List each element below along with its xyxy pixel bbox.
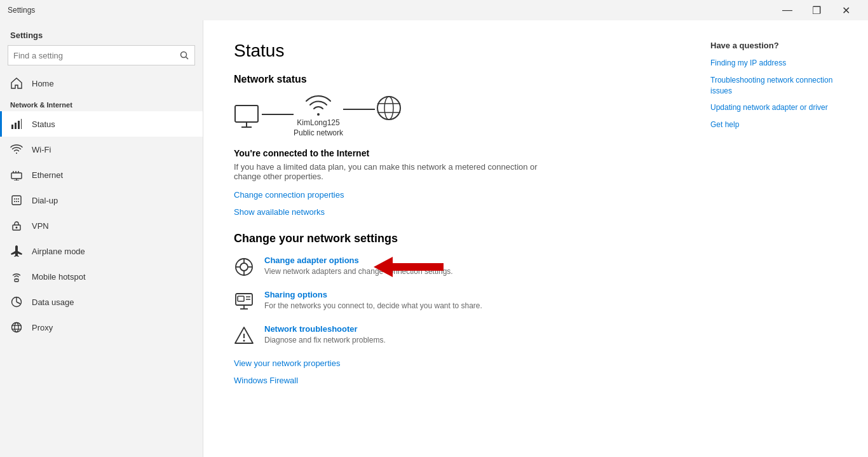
adapter-options-title[interactable]: Change adapter options: [264, 256, 685, 265]
right-sidebar: Have a question? Finding my IP address T…: [685, 41, 837, 437]
svg-point-15: [18, 198, 19, 200]
search-input[interactable]: [8, 51, 174, 60]
arrow-annotation: [374, 257, 450, 280]
search-button[interactable]: [174, 45, 194, 65]
sidebar-item-label-proxy: Proxy: [32, 323, 53, 332]
adapter-options-content: Change adapter options View network adap…: [264, 256, 685, 276]
sidebar-item-status[interactable]: Status: [0, 111, 203, 137]
network-name: KimLong125 Public network: [294, 118, 343, 138]
sidebar: Settings Home Network & Internet: [0, 20, 203, 457]
svg-rect-27: [235, 106, 258, 122]
troubleshooter-desc: Diagnose and fix network problems.: [264, 336, 685, 344]
sidebar-item-label-status: Status: [32, 119, 55, 129]
sidebar-heading: Settings: [0, 20, 203, 45]
troubleshooter-content: Network troubleshooter Diagnose and fix …: [264, 324, 685, 344]
sidebar-item-label-dialup: Dial-up: [32, 196, 58, 205]
svg-point-13: [14, 198, 15, 200]
sharing-options-content: Sharing options For the networks you con…: [264, 290, 685, 310]
sharing-options-title[interactable]: Sharing options: [264, 290, 685, 299]
dialup-icon: [10, 194, 23, 207]
sidebar-item-dialup[interactable]: Dial-up: [0, 188, 203, 213]
svg-rect-45: [238, 296, 244, 301]
adapter-options-item: Change adapter options View network adap…: [234, 256, 685, 277]
content-area: Status Network status: [234, 41, 685, 437]
svg-rect-6: [11, 173, 22, 179]
view-network-properties-link[interactable]: View your network properties: [234, 358, 685, 368]
monitor-icon: [234, 104, 262, 130]
svg-point-20: [16, 227, 18, 229]
sidebar-item-label-datausage: Data usage: [32, 297, 74, 307]
sidebar-item-ethernet[interactable]: Ethernet: [0, 162, 203, 188]
close-button[interactable]: ✕: [831, 0, 860, 20]
wifi-block: KimLong125 Public network: [294, 95, 343, 138]
right-sidebar-title: Have a question?: [710, 41, 837, 50]
sidebar-item-home[interactable]: Home: [0, 71, 203, 96]
network-diagram: KimLong125 Public network: [234, 95, 685, 138]
svg-point-30: [377, 97, 400, 119]
change-connection-properties-link[interactable]: Change connection properties: [234, 190, 685, 200]
restore-button[interactable]: ❐: [802, 0, 831, 20]
sidebar-item-label-hotspot: Mobile hotspot: [32, 272, 86, 282]
sidebar-item-wifi[interactable]: Wi-Fi: [0, 137, 203, 162]
connected-title: You're connected to the Internet: [234, 148, 685, 158]
svg-point-17: [16, 201, 17, 202]
sidebar-item-label-airplane: Airplane mode: [32, 247, 85, 256]
title-bar: Settings — ❐ ✕: [0, 0, 868, 20]
proxy-icon: [10, 321, 23, 334]
line2: [343, 109, 375, 110]
hotspot-icon: [10, 270, 23, 283]
app-title: Settings: [8, 6, 773, 15]
sidebar-item-datausage[interactable]: Data usage: [0, 289, 203, 315]
search-box: [8, 45, 195, 65]
change-settings-title: Change your network settings: [234, 232, 685, 245]
svg-line-1: [186, 57, 189, 60]
svg-point-16: [14, 201, 15, 202]
troubleshooter-item: Network troubleshooter Diagnose and fix …: [234, 324, 685, 346]
main-content: Status Network status: [203, 20, 868, 457]
svg-rect-2: [11, 125, 13, 129]
svg-point-18: [18, 201, 19, 202]
svg-rect-4: [18, 121, 20, 129]
sidebar-item-label-vpn: VPN: [32, 221, 49, 231]
line1: [262, 114, 294, 115]
home-icon: [10, 77, 23, 90]
sidebar-item-vpn[interactable]: VPN: [0, 213, 203, 238]
svg-point-35: [240, 263, 248, 271]
right-link-2[interactable]: Updating network adapter or driver: [710, 102, 837, 113]
show-available-networks-link[interactable]: Show available networks: [234, 207, 685, 217]
sidebar-item-label-home: Home: [32, 79, 54, 88]
sidebar-item-label-ethernet: Ethernet: [32, 170, 63, 180]
adapter-icon: [234, 257, 254, 277]
sharing-options-desc: For the networks you connect to, decide …: [264, 301, 685, 310]
airplane-icon: [10, 245, 23, 257]
sharing-options-item: Sharing options For the networks you con…: [234, 290, 685, 311]
svg-point-31: [384, 97, 393, 119]
right-link-1[interactable]: Troubleshooting network connection issue…: [710, 75, 837, 97]
troubleshooter-icon: [234, 325, 254, 346]
svg-point-24: [15, 323, 18, 332]
vpn-icon: [10, 219, 23, 232]
ethernet-icon: [10, 168, 23, 181]
right-link-0[interactable]: Finding my IP address: [710, 58, 837, 69]
minimize-button[interactable]: —: [773, 0, 802, 20]
sidebar-item-hotspot[interactable]: Mobile hotspot: [0, 264, 203, 289]
right-link-3[interactable]: Get help: [710, 119, 837, 130]
globe-icon: [375, 94, 403, 125]
wifi-icon: [10, 143, 23, 156]
window-controls: — ❐ ✕: [773, 0, 860, 20]
svg-rect-3: [15, 123, 17, 129]
network-status-section-title: Network status: [234, 74, 685, 85]
svg-point-23: [12, 323, 22, 332]
datausage-icon: [10, 296, 23, 308]
sidebar-section-title: Network & Internet: [0, 96, 203, 111]
svg-rect-21: [15, 279, 18, 282]
sidebar-item-label-wifi: Wi-Fi: [32, 145, 51, 154]
sidebar-item-proxy[interactable]: Proxy: [0, 315, 203, 340]
svg-point-50: [243, 340, 245, 342]
sharing-icon: [234, 291, 254, 311]
status-icon: [10, 118, 23, 130]
troubleshooter-title[interactable]: Network troubleshooter: [264, 324, 685, 334]
sidebar-item-airplane[interactable]: Airplane mode: [0, 238, 203, 264]
connected-desc: If you have a limited data plan, you can…: [234, 162, 564, 181]
windows-firewall-link[interactable]: Windows Firewall: [234, 376, 685, 385]
